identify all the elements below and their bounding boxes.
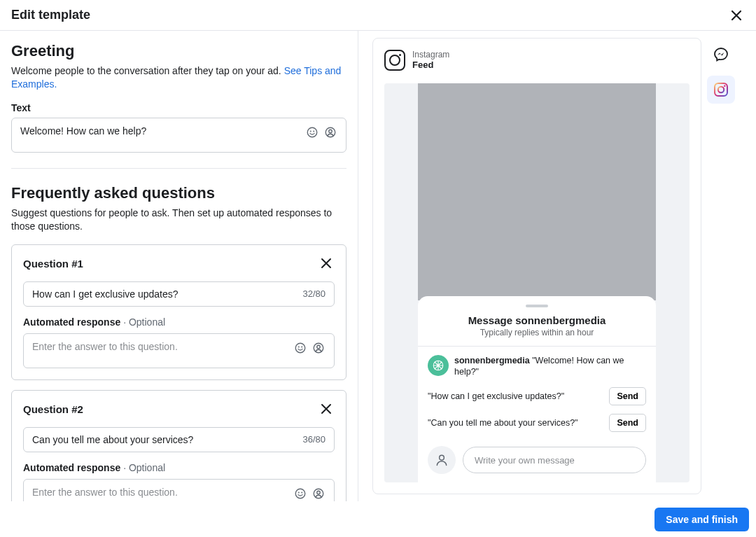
personalize-button[interactable]	[312, 487, 326, 501]
user-avatar	[428, 446, 456, 474]
messenger-preview-toggle[interactable]	[707, 41, 735, 69]
svg-rect-17	[715, 83, 727, 96]
question-title: Question #1	[23, 258, 83, 270]
save-button[interactable]: Save and finish	[654, 508, 749, 531]
greeting-message: sonnenbergmedia "Welcome! How can we hel…	[454, 355, 646, 378]
composer-input[interactable]: Write your own message	[463, 447, 646, 473]
automated-response-input[interactable]: Enter the answer to this question.	[23, 333, 335, 368]
emoji-icon	[306, 126, 318, 139]
question-input[interactable]: Can you tell me about your services? 36/…	[23, 427, 335, 452]
svg-point-8	[314, 343, 323, 353]
personalize-button[interactable]	[312, 341, 326, 355]
person-icon	[312, 342, 325, 354]
greeting-text-label: Text	[11, 102, 346, 113]
send-button[interactable]: Send	[609, 414, 646, 432]
close-button[interactable]	[728, 7, 745, 24]
instagram-icon	[384, 50, 405, 71]
avatar-icon	[432, 359, 444, 372]
suggested-question: "How can I get exclusive updates?"	[428, 391, 564, 401]
char-counter: 36/80	[302, 434, 326, 445]
automated-response-input[interactable]: Enter the answer to this question.	[23, 479, 335, 501]
svg-point-7	[302, 347, 302, 347]
svg-point-14	[317, 491, 321, 494]
automated-response-label: Automated response · Optional	[23, 462, 335, 473]
emoji-icon	[294, 342, 307, 354]
svg-point-13	[314, 489, 323, 498]
person-icon	[324, 126, 337, 139]
svg-point-10	[295, 489, 305, 498]
page-title: Edit template	[11, 8, 90, 22]
svg-point-9	[317, 345, 321, 349]
svg-point-0	[307, 127, 317, 137]
messenger-icon	[713, 46, 729, 63]
instagram-preview-toggle[interactable]	[707, 76, 735, 104]
sheet-grabber	[526, 305, 548, 307]
svg-point-5	[295, 343, 305, 353]
instagram-icon	[713, 81, 729, 98]
emoji-button[interactable]	[293, 487, 307, 501]
section-divider	[11, 168, 346, 169]
emoji-button[interactable]	[293, 341, 307, 355]
sheet-title: Message sonnenbergmedia	[418, 314, 656, 326]
svg-point-16	[440, 455, 444, 460]
sheet-subtitle: Typically replies within an hour	[418, 328, 656, 347]
close-icon	[729, 8, 743, 22]
preview-placement: Feed	[412, 60, 449, 71]
svg-point-12	[302, 492, 302, 493]
question-card: Question #1 How can I get exclusive upda…	[11, 244, 346, 380]
svg-point-11	[298, 492, 299, 493]
preview-media-placeholder	[418, 83, 656, 300]
char-counter: 32/80	[302, 288, 326, 299]
automated-response-label: Automated response · Optional	[23, 316, 335, 328]
preview-pane: Instagram Feed Message sonnenbergmedia T…	[358, 31, 756, 501]
preview-device: Message sonnenbergmedia Typically replie…	[384, 83, 690, 482]
faq-heading: Frequently asked questions	[11, 184, 346, 202]
remove-question-button[interactable]	[319, 256, 335, 272]
message-sheet: Message sonnenbergmedia Typically replie…	[418, 296, 656, 483]
faq-description: Suggest questions for people to ask. The…	[11, 207, 346, 233]
close-icon	[319, 256, 333, 270]
preview-frame: Instagram Feed Message sonnenbergmedia T…	[372, 38, 701, 494]
person-icon	[312, 487, 325, 500]
greeting-description: Welcome people to the conversation after…	[11, 64, 346, 91]
person-icon	[435, 453, 449, 467]
svg-point-3	[326, 127, 335, 137]
emoji-button[interactable]	[305, 125, 319, 139]
svg-point-19	[724, 85, 725, 87]
emoji-icon	[294, 487, 307, 500]
preview-platform: Instagram	[412, 50, 449, 60]
editor-pane: Greeting Welcome people to the conversat…	[0, 31, 358, 501]
greeting-heading: Greeting	[11, 42, 346, 60]
sender-avatar	[428, 355, 449, 376]
svg-point-18	[718, 87, 724, 92]
question-title: Question #2	[23, 403, 83, 415]
remove-question-button[interactable]	[319, 402, 335, 417]
svg-point-2	[314, 131, 314, 132]
personalize-button[interactable]	[323, 125, 337, 139]
svg-point-1	[310, 131, 311, 132]
greeting-text-input[interactable]: Welcome! How can we help?	[11, 118, 346, 153]
svg-point-4	[329, 130, 332, 133]
svg-point-6	[298, 347, 299, 347]
close-icon	[319, 402, 333, 416]
send-button[interactable]: Send	[609, 387, 646, 405]
suggested-question: "Can you tell me about your services?"	[428, 418, 578, 428]
question-input[interactable]: How can I get exclusive updates? 32/80	[23, 281, 335, 307]
question-card: Question #2 Can you tell me about your s…	[11, 390, 346, 501]
